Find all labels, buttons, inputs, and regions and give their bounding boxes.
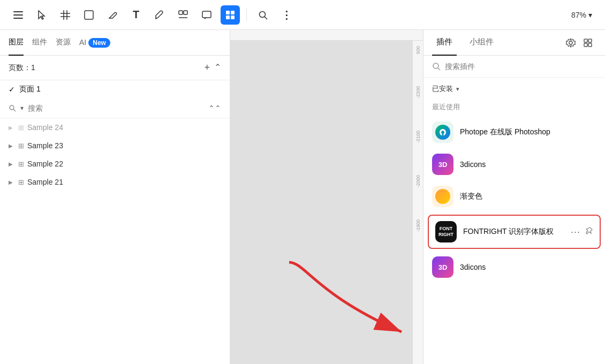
ruler-mark-2200: -2200 bbox=[415, 86, 421, 98]
svg-point-18 bbox=[10, 105, 14, 110]
pen-icon[interactable] bbox=[103, 5, 122, 25]
add-page-button[interactable]: + bbox=[204, 62, 210, 73]
plugin-search-icon bbox=[432, 62, 441, 71]
svg-point-26 bbox=[433, 63, 438, 69]
svg-rect-25 bbox=[588, 43, 592, 47]
plugin-search-input[interactable] bbox=[445, 62, 596, 71]
layer-item[interactable]: ▶ ⊞ Sample 22 bbox=[0, 155, 230, 173]
ruler-mark-2100: -2100 bbox=[415, 131, 421, 143]
plugin-icon[interactable] bbox=[221, 5, 240, 25]
search-icon[interactable] bbox=[253, 5, 273, 25]
canvas-area[interactable]: 500 -2200 -2100 -2000 -1900 bbox=[230, 30, 423, 364]
layers-section: ▾ ⌃⌃ ▶ ⊞ Sample 24 ▶ ⊞ Sample 23 ▶ ⊞ bbox=[0, 98, 230, 364]
text-icon[interactable]: T bbox=[126, 5, 146, 25]
gradient-name: 渐变色 bbox=[460, 192, 596, 201]
svg-line-17 bbox=[264, 17, 267, 19]
collapse-layers-icon[interactable]: ⌃⌃ bbox=[208, 104, 221, 112]
svg-line-27 bbox=[438, 68, 440, 70]
photope-icon bbox=[432, 122, 453, 143]
svg-rect-9 bbox=[184, 11, 187, 14]
ruler-vertical: 500 -2200 -2100 -2000 -1900 bbox=[412, 41, 423, 364]
search-toggle[interactable]: ▾ bbox=[20, 104, 24, 112]
search-bar: ▾ ⌃⌃ bbox=[0, 98, 230, 118]
3dicons2-icon: 3D bbox=[432, 256, 453, 278]
pages-label: 页数：1 bbox=[9, 63, 35, 73]
plugin-gradient[interactable]: 渐变色 bbox=[424, 180, 605, 213]
shape-icon[interactable] bbox=[79, 5, 99, 25]
plugin-photope[interactable]: Photope 在线版 Photoshop bbox=[424, 116, 605, 148]
layer-frame-icon: ⊞ bbox=[18, 178, 24, 186]
svg-rect-1 bbox=[13, 14, 23, 16]
layer-item[interactable]: ▶ ⊞ Sample 21 bbox=[0, 173, 230, 191]
photope-name: Photope 在线版 Photoshop bbox=[460, 127, 596, 137]
expand-icon[interactable] bbox=[579, 34, 596, 51]
svg-rect-0 bbox=[13, 11, 23, 12]
plugin-3dicons[interactable]: 3D 3dicons bbox=[424, 148, 605, 180]
page-check-icon: ✓ bbox=[9, 85, 15, 94]
pages-section: 页数：1 + ⌃ bbox=[0, 56, 230, 80]
menu-icon[interactable] bbox=[9, 5, 28, 25]
layer-expand-icon: ▶ bbox=[9, 143, 15, 149]
right-tabs: 插件 小组件 bbox=[424, 30, 605, 56]
svg-rect-2 bbox=[13, 18, 23, 19]
left-panel: 图层 组件 资源 AI New 页数：1 + ⌃ ✓ 页面 1 ▾ bbox=[0, 30, 230, 364]
left-tabs: 图层 组件 资源 AI New bbox=[0, 30, 230, 56]
zoom-arrow: ▾ bbox=[588, 11, 592, 19]
tab-widgets[interactable]: 小组件 bbox=[465, 37, 498, 48]
zoom-value: 87% bbox=[571, 11, 586, 19]
layer-name: Sample 21 bbox=[27, 178, 63, 186]
tab-ai-container[interactable]: AI New bbox=[79, 38, 110, 48]
page-item[interactable]: ✓ 页面 1 bbox=[0, 80, 230, 98]
svg-rect-24 bbox=[584, 43, 587, 47]
comment-icon[interactable] bbox=[197, 5, 216, 25]
zoom-control[interactable]: 87% ▾ bbox=[567, 9, 596, 21]
ruler-mark-500: 500 bbox=[415, 46, 421, 54]
collapse-pages-button[interactable]: ⌃ bbox=[214, 62, 221, 73]
ai-new-badge: New bbox=[88, 38, 110, 48]
3dicons2-name: 3dicons bbox=[460, 263, 596, 271]
fontright-pin-button[interactable] bbox=[585, 226, 593, 237]
fontright-name: FONTRIGHT 识别字体版权 bbox=[463, 227, 564, 237]
fontright-actions: ··· bbox=[571, 226, 593, 238]
frame-icon[interactable] bbox=[56, 5, 75, 25]
plugin-list: 已安装 ▾ 最近使用 Photope 在线版 Photoshop 3D 3dic… bbox=[424, 78, 605, 364]
layer-expand-icon: ▶ bbox=[9, 179, 15, 185]
plugin-search bbox=[424, 56, 605, 78]
installed-section-label: 已安装 ▾ bbox=[424, 78, 605, 98]
more-icon[interactable]: ⋮ bbox=[277, 5, 296, 25]
layer-item[interactable]: ▶ ⊞ Sample 23 bbox=[0, 136, 230, 155]
gradient-icon-inner bbox=[435, 189, 450, 204]
installed-dropdown-icon[interactable]: ▾ bbox=[456, 86, 459, 93]
svg-rect-12 bbox=[226, 11, 230, 14]
plugin-fontright[interactable]: FONTRIGHT FONTRIGHT 识别字体版权 ··· bbox=[428, 215, 601, 249]
svg-point-16 bbox=[260, 11, 266, 17]
gradient-icon bbox=[432, 186, 453, 207]
component-icon[interactable] bbox=[173, 5, 193, 25]
3dicons-name: 3dicons bbox=[460, 160, 596, 169]
tab-assets[interactable]: 资源 bbox=[56, 37, 71, 48]
tab-layers[interactable]: 图层 bbox=[9, 37, 24, 48]
settings-icon[interactable] bbox=[562, 34, 579, 51]
layer-frame-icon: ⊞ bbox=[18, 142, 24, 150]
svg-rect-23 bbox=[588, 39, 592, 42]
fontright-more-button[interactable]: ··· bbox=[571, 226, 580, 238]
fontright-icon: FONTRIGHT bbox=[435, 221, 457, 242]
pencil-icon[interactable] bbox=[150, 5, 169, 25]
ruler-mark-1900: -1900 bbox=[415, 219, 421, 232]
svg-rect-8 bbox=[179, 11, 183, 14]
recent-section-label: 最近使用 bbox=[424, 98, 605, 116]
svg-rect-7 bbox=[85, 11, 93, 19]
layers-list: ▶ ⊞ Sample 24 ▶ ⊞ Sample 23 ▶ ⊞ Sample 2… bbox=[0, 118, 230, 364]
svg-rect-15 bbox=[231, 16, 235, 19]
divider-1 bbox=[246, 9, 247, 21]
layer-name: Sample 24 bbox=[27, 123, 63, 132]
recent-label: 最近使用 bbox=[432, 103, 460, 111]
plugin-3dicons-2[interactable]: 3D 3dicons bbox=[424, 251, 605, 283]
select-icon[interactable] bbox=[32, 5, 51, 25]
search-input[interactable] bbox=[28, 104, 204, 112]
tab-components[interactable]: 组件 bbox=[32, 37, 47, 48]
layer-item[interactable]: ▶ ⊞ Sample 24 bbox=[0, 118, 230, 136]
layer-name: Sample 22 bbox=[27, 160, 63, 168]
tab-plugins[interactable]: 插件 bbox=[432, 37, 457, 48]
pages-actions: + ⌃ bbox=[204, 62, 221, 73]
